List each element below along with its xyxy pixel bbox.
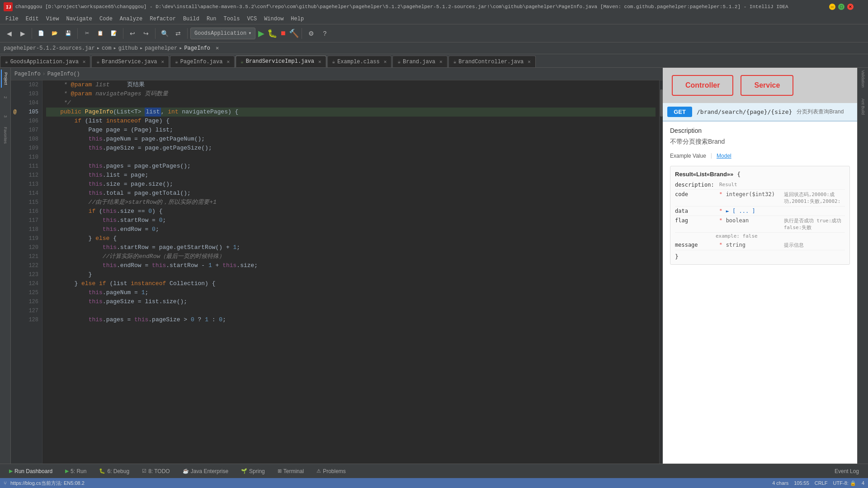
maximize-button[interactable]: □ [838,4,844,10]
line-num-112: 112 [28,171,38,180]
replace-button[interactable]: ⇄ [172,27,184,40]
redo-button[interactable]: ↪ [140,27,152,40]
tab-close-brand-ctrl[interactable]: ✕ [528,59,531,65]
tab-close-page-info[interactable]: ✕ [226,59,230,65]
open-button[interactable]: 📂 [48,27,61,40]
menu-view[interactable]: View [42,15,63,23]
swagger-endpoint-row[interactable]: GET /brand/search/{page}/{size} 分页列表查询Br… [663,103,857,121]
build-button[interactable]: 🔨 [289,28,299,38]
tab-close-example[interactable]: ✕ [384,59,387,65]
toolbar-divider-3 [123,28,123,39]
run-button[interactable]: ▶ [256,28,266,38]
example-value-toggle[interactable]: Example Value [670,151,706,160]
tab-close-brand[interactable]: ✕ [439,59,443,65]
menu-code[interactable]: Code [96,15,116,23]
menu-edit[interactable]: Edit [22,15,42,23]
tab-brand-service[interactable]: ☕ BrandService.java ✕ [91,56,169,67]
project-crumb-1[interactable]: pagehelper-5.1.2-sources.jar [4,45,95,52]
tab-close-brand-service[interactable]: ✕ [161,59,165,65]
tab-brand-service-impl[interactable]: ☕ BrandServiceImpl.java ✕ [236,56,326,67]
save-button[interactable]: 💾 [62,27,75,40]
new-file-button[interactable]: 📄 [35,27,47,40]
gutter-113 [11,180,19,189]
service-button[interactable]: Service [741,75,793,96]
bottom-tab-problems[interactable]: ⚠ Problems [311,466,351,476]
line-num-128: 128 [28,315,38,324]
code-line-125: this.pageNum = 1; [46,288,656,297]
code-line-106: if (list instanceof Page) { [46,117,656,126]
sidebar-todo-icon[interactable]: Favorites [1,127,10,145]
event-log-tab[interactable]: Event Log [829,466,864,476]
project-crumb-2[interactable]: com [102,45,112,52]
bottom-tab-java-enterprise[interactable]: ☕ Java Enterprise [177,466,234,476]
menu-vcs[interactable]: VCS [244,15,261,23]
run-config-dropdown[interactable]: GoodsApplication ▾ [190,28,255,39]
project-crumb-3[interactable]: github [118,45,138,52]
right-sidebar-ant[interactable]: Ant Build [859,98,868,116]
breadcrumb-pageinfo-method[interactable]: PageInfo() [47,71,80,77]
help-button[interactable]: ? [318,27,331,40]
spring-icon: 🌱 [241,468,247,474]
search-button[interactable]: 🔍 [158,27,171,40]
sidebar-favorites-icon[interactable]: 2 [1,89,10,107]
code-line-110 [46,153,656,162]
code-editor[interactable]: * @param list 页结果 * @param navigatePages… [42,80,659,464]
tab-brand[interactable]: ☕ Brand.java ✕ [392,56,447,67]
forward-button[interactable]: ▶ [16,27,29,40]
copy-button[interactable]: 📋 [94,27,107,40]
sidebar-project-icon[interactable]: Project [1,70,10,88]
menu-help[interactable]: Help [287,15,307,23]
model-toggle[interactable]: Model [717,151,731,160]
tab-goods-application[interactable]: ☕ GoodsApplication.java ✕ [0,56,90,67]
status-left: ⑂ https://blog.cs当前方法: EN5:08.2 [4,480,85,487]
settings-button[interactable]: ⚙ [305,27,317,40]
model-field-data: data* ► [ ... ] [675,206,845,216]
swagger-endpoint[interactable]: GET /brand/search/{page}/{size} 分页列表查询Br… [663,103,857,122]
tab-page-info[interactable]: ☕ PageInfo.java ✕ [170,56,235,67]
menu-run[interactable]: Run [203,15,220,23]
debug-button[interactable]: 🐛 [267,28,277,38]
code-line-126: this.pageSize = list.size(); [46,297,656,306]
menu-navigate[interactable]: Navigate [62,15,96,23]
sidebar-structure-icon[interactable]: 3 [1,108,10,126]
project-crumb-5[interactable]: PageInfo [184,45,210,52]
undo-button[interactable]: ↩ [126,27,139,40]
bottom-tab-todo[interactable]: ☑ 8: TODO [137,466,175,476]
stop-button[interactable]: ■ [278,28,288,38]
tab-example-class[interactable]: ☕ Example.class ✕ [327,56,392,67]
tab-icon-brand: ☕ [397,59,401,65]
menu-analyze[interactable]: Analyze [116,15,146,23]
right-sidebar: Validation Ant Build [857,68,868,464]
back-button[interactable]: ◀ [3,27,15,40]
menu-file[interactable]: File [2,15,22,23]
menu-refactor[interactable]: Refactor [146,15,179,23]
menu-tools[interactable]: Tools [220,15,244,23]
right-sidebar-validation[interactable]: Validation [859,70,868,88]
menu-window[interactable]: Window [260,15,287,23]
line-num-106: 106 [28,117,38,126]
editor-scrollbar[interactable] [659,80,663,464]
window-controls[interactable]: ─ □ ✕ [829,4,854,10]
gutter-104 [11,99,19,108]
code-line-115: //由于结果是>startRow的，所以实际的需要+1 [46,198,656,207]
bottom-tab-spring[interactable]: 🌱 Spring [236,466,270,476]
close-button[interactable]: ✕ [847,4,854,10]
project-crumb-4[interactable]: pagehelper [145,45,177,52]
data-expand-icon[interactable]: ► [ ... ] [726,208,755,214]
bottom-tab-run-dashboard[interactable]: ▶ Run Dashboard [4,466,58,476]
code-line-109: this.pageSize = page.getPageSize(); [46,144,656,153]
minimize-button[interactable]: ─ [829,4,835,10]
breadcrumb-pageinfo-class[interactable]: PageInfo [14,71,41,77]
paste-button[interactable]: 📝 [108,27,120,40]
bottom-tab-debug[interactable]: 🐛 6: Debug [94,466,135,476]
bottom-tab-run[interactable]: ▶ 5: Run [60,466,92,476]
tab-close-goods[interactable]: ✕ [83,59,86,65]
menu-build[interactable]: Build [179,15,203,23]
bottom-tab-terminal[interactable]: ⊞ Terminal [272,466,309,476]
char-count: 4 chars [772,480,788,486]
controller-button[interactable]: Controller [672,75,733,96]
cut-button[interactable]: ✂ [80,27,93,40]
endpoint-path: /brand/search/{page}/{size} [697,108,792,115]
tab-brand-controller[interactable]: ☕ BrandController.java ✕ [448,56,536,67]
tab-close-brand-impl[interactable]: ✕ [318,59,321,65]
